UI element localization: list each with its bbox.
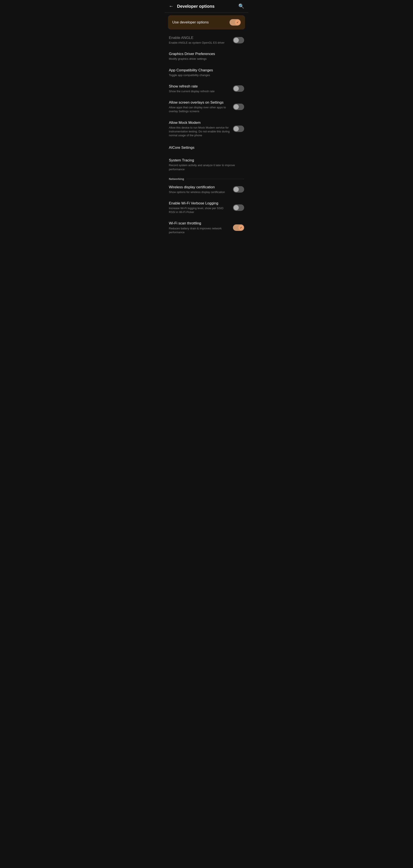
setting-screen-overlays-subtitle: Allow apps that can display over other a… (169, 105, 230, 113)
header-divider (165, 12, 248, 13)
setting-enable-angle-subtitle: Enable ANGLE as system OpenGL ES driver (169, 41, 230, 45)
setting-app-compat-content: App Compatibility Changes Toggle app com… (169, 68, 244, 77)
setting-graphics-driver[interactable]: Graphics Driver Preferences Modify graph… (165, 48, 248, 64)
wifi-verbose-toggle[interactable] (233, 205, 244, 211)
setting-enable-angle-content: Enable ANGLE Enable ANGLE as system Open… (169, 35, 233, 45)
show-refresh-rate-toggle[interactable] (233, 85, 244, 92)
setting-mock-modem[interactable]: Allow Mock Modem Allow this device to ru… (165, 117, 248, 141)
setting-wifi-scan-throttling-title: Wi-Fi scan throttling (169, 221, 230, 226)
dev-options-row[interactable]: Use developer options (168, 15, 245, 29)
setting-app-compat-subtitle: Toggle app compatibility changes (169, 73, 241, 77)
dev-options-label: Use developer options (172, 20, 209, 25)
setting-show-refresh-rate-content: Show refresh rate Show the current displ… (169, 84, 233, 93)
setting-show-refresh-rate-title: Show refresh rate (169, 84, 230, 89)
setting-wifi-scan-throttling[interactable]: Wi-Fi scan throttling Reduces battery dr… (165, 218, 248, 238)
setting-aicore-content: AICore Settings (169, 145, 244, 150)
setting-wifi-scan-throttling-subtitle: Reduces battery drain & improves network… (169, 226, 230, 234)
header: ← Developer options 🔍 (165, 0, 248, 12)
setting-screen-overlays-content: Allow screen overlays on Settings Allow … (169, 100, 233, 113)
setting-system-tracing[interactable]: System Tracing Record system activity an… (165, 155, 248, 175)
setting-graphics-driver-content: Graphics Driver Preferences Modify graph… (169, 52, 244, 61)
setting-wireless-display-cert-content: Wireless display certification Show opti… (169, 185, 233, 194)
setting-enable-angle-title: Enable ANGLE (169, 35, 230, 40)
setting-mock-modem-title: Allow Mock Modem (169, 120, 230, 125)
setting-system-tracing-title: System Tracing (169, 158, 241, 163)
setting-system-tracing-subtitle: Record system activity and analyze it la… (169, 163, 241, 171)
setting-screen-overlays[interactable]: Allow screen overlays on Settings Allow … (165, 97, 248, 117)
setting-graphics-driver-subtitle: Modify graphics driver settings (169, 57, 241, 61)
search-icon[interactable]: 🔍 (238, 3, 244, 9)
wireless-display-cert-toggle[interactable] (233, 186, 244, 193)
setting-aicore-title: AICore Settings (169, 145, 241, 150)
wifi-verbose-toggle-thumb (234, 205, 239, 210)
setting-mock-modem-subtitle: Allow this device to run Mock Modem serv… (169, 126, 230, 137)
setting-wifi-verbose-title: Enable Wi-Fi Verbose Logging (169, 201, 230, 206)
setting-graphics-driver-title: Graphics Driver Preferences (169, 52, 241, 56)
setting-wifi-verbose-content: Enable Wi-Fi Verbose Logging Increase Wi… (169, 201, 233, 214)
setting-app-compat[interactable]: App Compatibility Changes Toggle app com… (165, 64, 248, 81)
setting-app-compat-title: App Compatibility Changes (169, 68, 241, 73)
setting-aicore[interactable]: AICore Settings (165, 141, 248, 155)
networking-section-divider: Networking (165, 175, 248, 181)
wifi-scan-throttling-toggle[interactable] (233, 224, 244, 231)
mock-modem-toggle[interactable] (233, 126, 244, 132)
back-icon[interactable]: ← (169, 3, 174, 9)
enable-angle-toggle-thumb (234, 38, 239, 43)
setting-wireless-display-cert-title: Wireless display certification (169, 185, 230, 190)
setting-wireless-display-cert[interactable]: Wireless display certification Show opti… (165, 181, 248, 197)
setting-system-tracing-content: System Tracing Record system activity an… (169, 158, 244, 171)
dev-options-toggle[interactable] (230, 19, 241, 26)
setting-mock-modem-content: Allow Mock Modem Allow this device to ru… (169, 120, 233, 137)
setting-show-refresh-rate[interactable]: Show refresh rate Show the current displ… (165, 81, 248, 97)
setting-enable-angle[interactable]: Enable ANGLE Enable ANGLE as system Open… (165, 32, 248, 48)
setting-wireless-display-cert-subtitle: Show options for wireless display certif… (169, 190, 230, 194)
setting-screen-overlays-title: Allow screen overlays on Settings (169, 100, 230, 105)
header-left: ← Developer options (169, 3, 214, 9)
dev-options-toggle-thumb (235, 20, 240, 25)
setting-wifi-verbose-subtitle: Increase Wi-Fi logging level, show per S… (169, 206, 230, 214)
setting-show-refresh-rate-subtitle: Show the current display refresh rate (169, 89, 230, 93)
setting-wifi-verbose[interactable]: Enable Wi-Fi Verbose Logging Increase Wi… (165, 197, 248, 218)
screen-overlays-toggle-thumb (234, 104, 239, 110)
enable-angle-toggle[interactable] (233, 37, 244, 43)
page-title: Developer options (177, 4, 214, 9)
screen-overlays-toggle[interactable] (233, 103, 244, 110)
setting-wifi-scan-throttling-content: Wi-Fi scan throttling Reduces battery dr… (169, 221, 233, 234)
networking-section-label: Networking (169, 177, 184, 181)
